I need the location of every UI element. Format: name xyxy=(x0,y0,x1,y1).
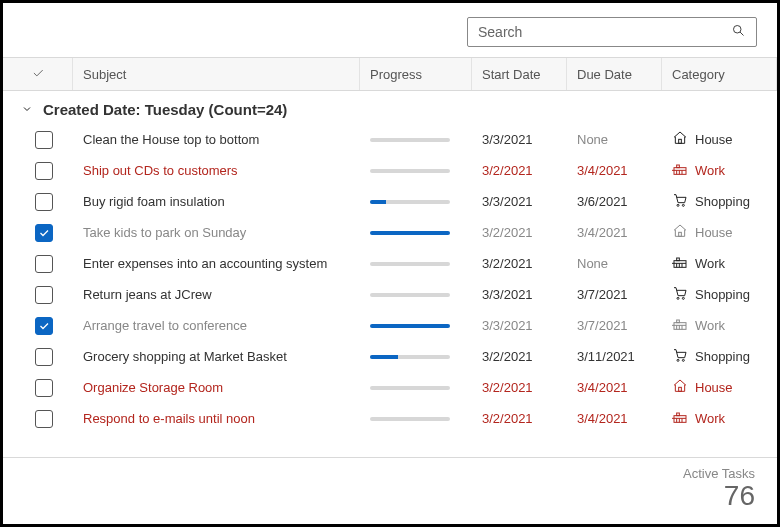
work-icon xyxy=(672,409,688,428)
svg-rect-30 xyxy=(677,413,680,416)
progress-bar xyxy=(370,200,450,204)
progress-bar xyxy=(370,231,450,235)
task-checkbox[interactable] xyxy=(35,348,53,366)
shopping-icon xyxy=(672,347,688,366)
svg-point-26 xyxy=(677,359,679,361)
task-start-date: 3/2/2021 xyxy=(482,349,533,364)
work-icon xyxy=(672,316,688,335)
task-row[interactable]: Clean the House top to bottom3/3/2021Non… xyxy=(3,124,777,155)
progress-bar xyxy=(370,262,450,266)
task-row[interactable]: Ship out CDs to customers3/2/20213/4/202… xyxy=(3,155,777,186)
progress-bar xyxy=(370,169,450,173)
task-due-date: 3/7/2021 xyxy=(577,287,628,302)
task-subject: Buy rigid foam insulation xyxy=(83,194,225,209)
task-due-date: 3/4/2021 xyxy=(577,163,628,178)
task-due-date: 3/6/2021 xyxy=(577,194,628,209)
task-checkbox[interactable] xyxy=(35,162,53,180)
task-category: Shopping xyxy=(695,349,750,364)
task-due-date: 3/11/2021 xyxy=(577,349,635,364)
task-row[interactable]: Buy rigid foam insulation3/3/20213/6/202… xyxy=(3,186,777,217)
svg-rect-2 xyxy=(679,139,682,143)
column-header-category[interactable]: Category xyxy=(662,58,777,90)
house-icon xyxy=(672,130,688,149)
task-row[interactable]: Take kids to park on Sunday3/2/20213/4/2… xyxy=(3,217,777,248)
task-category: Work xyxy=(695,318,725,333)
task-due-date: 3/4/2021 xyxy=(577,411,628,426)
column-header-subject[interactable]: Subject xyxy=(73,58,360,90)
group-header[interactable]: Created Date: Tuesday (Count=24) xyxy=(3,91,777,124)
task-checkbox[interactable] xyxy=(35,410,53,428)
svg-rect-20 xyxy=(674,323,686,330)
column-header-progress[interactable]: Progress xyxy=(360,58,472,90)
progress-bar xyxy=(370,324,450,328)
task-start-date: 3/2/2021 xyxy=(482,225,533,240)
task-checkbox[interactable] xyxy=(35,317,53,335)
task-checkbox[interactable] xyxy=(35,379,53,397)
task-subject: Arrange travel to conference xyxy=(83,318,247,333)
task-subject: Grocery shopping at Market Basket xyxy=(83,349,287,364)
task-subject: Enter expenses into an accounting system xyxy=(83,256,327,271)
column-header-label: Subject xyxy=(83,67,126,82)
task-category: House xyxy=(695,380,733,395)
task-subject: Ship out CDs to customers xyxy=(83,163,238,178)
search-input[interactable] xyxy=(478,24,731,40)
task-row[interactable]: Grocery shopping at Market Basket3/2/202… xyxy=(3,341,777,372)
task-category: Work xyxy=(695,256,725,271)
task-list: Clean the House top to bottom3/3/2021Non… xyxy=(3,124,777,434)
svg-rect-13 xyxy=(677,258,680,261)
task-checkbox[interactable] xyxy=(35,286,53,304)
task-subject: Take kids to park on Sunday xyxy=(83,225,246,240)
svg-point-10 xyxy=(682,204,684,206)
task-row[interactable]: Respond to e-mails until noon3/2/20213/4… xyxy=(3,403,777,434)
svg-point-0 xyxy=(734,26,742,34)
progress-bar xyxy=(370,355,450,359)
task-checkbox[interactable] xyxy=(35,255,53,273)
task-subject: Respond to e-mails until noon xyxy=(83,411,255,426)
task-category: House xyxy=(695,225,733,240)
search-icon xyxy=(731,23,746,41)
svg-rect-4 xyxy=(677,165,680,168)
svg-point-27 xyxy=(682,359,684,361)
svg-point-19 xyxy=(682,297,684,299)
task-row[interactable]: Return jeans at JCrew3/3/20213/7/2021Sho… xyxy=(3,279,777,310)
task-category: House xyxy=(695,132,733,147)
task-row[interactable]: Organize Storage Room3/2/20213/4/2021Hou… xyxy=(3,372,777,403)
svg-point-18 xyxy=(677,297,679,299)
shopping-icon xyxy=(672,285,688,304)
task-start-date: 3/3/2021 xyxy=(482,132,533,147)
svg-line-1 xyxy=(740,32,743,35)
progress-bar xyxy=(370,417,450,421)
work-icon xyxy=(672,161,688,180)
svg-rect-11 xyxy=(679,232,682,236)
progress-bar xyxy=(370,293,450,297)
column-header-label: Due Date xyxy=(577,67,632,82)
column-header-label: Progress xyxy=(370,67,422,82)
svg-rect-29 xyxy=(674,416,686,423)
footer-count: 76 xyxy=(25,481,755,512)
house-icon xyxy=(672,223,688,242)
task-checkbox[interactable] xyxy=(35,131,53,149)
task-due-date: 3/7/2021 xyxy=(577,318,628,333)
column-header-startdate[interactable]: Start Date xyxy=(472,58,567,90)
task-category: Shopping xyxy=(695,194,750,209)
column-headers: Subject Progress Start Date Due Date Cat… xyxy=(3,57,777,91)
status-footer: Active Tasks 76 xyxy=(3,457,777,524)
task-due-date: 3/4/2021 xyxy=(577,380,628,395)
task-row[interactable]: Enter expenses into an accounting system… xyxy=(3,248,777,279)
task-row[interactable]: Arrange travel to conference3/3/20213/7/… xyxy=(3,310,777,341)
task-category: Work xyxy=(695,163,725,178)
task-checkbox[interactable] xyxy=(35,224,53,242)
column-header-label: Start Date xyxy=(482,67,541,82)
footer-label: Active Tasks xyxy=(25,466,755,481)
svg-rect-21 xyxy=(677,320,680,323)
chevron-down-icon xyxy=(21,101,33,118)
task-start-date: 3/3/2021 xyxy=(482,287,533,302)
column-header-complete[interactable] xyxy=(3,58,73,90)
shopping-icon xyxy=(672,192,688,211)
column-header-duedate[interactable]: Due Date xyxy=(567,58,662,90)
search-box[interactable] xyxy=(467,17,757,47)
task-category: Shopping xyxy=(695,287,750,302)
group-label: Created Date: Tuesday (Count=24) xyxy=(43,101,287,118)
svg-rect-3 xyxy=(674,168,686,175)
task-checkbox[interactable] xyxy=(35,193,53,211)
